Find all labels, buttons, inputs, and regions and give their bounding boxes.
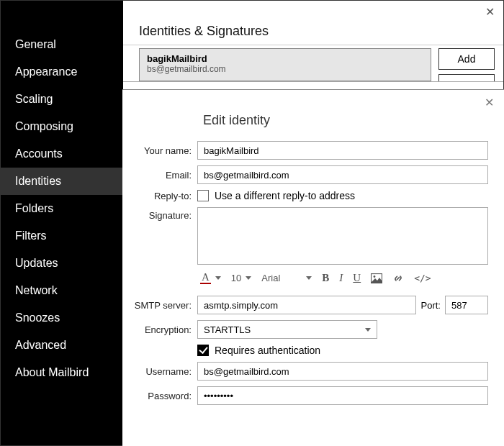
signature-toolbar: A 10 Arial B I U </> — [197, 270, 488, 288]
smtp-input[interactable] — [197, 296, 416, 314]
close-icon[interactable]: ✕ — [485, 6, 495, 18]
image-button[interactable] — [371, 273, 382, 283]
sidebar-item-general[interactable]: General — [1, 31, 123, 58]
italic-button[interactable]: I — [339, 272, 343, 284]
modal-title: Edit identity — [203, 113, 504, 128]
identity-card[interactable]: bagikMailbird bs@getmailbird.com — [139, 48, 431, 81]
label-your-name: Your name: — [122, 145, 197, 156]
add-button[interactable]: Add — [438, 48, 495, 70]
email-input[interactable] — [197, 165, 488, 184]
label-reply-to: Reply-to: — [122, 191, 197, 201]
sidebar-item-identities[interactable]: Identities — [1, 168, 123, 195]
username-input[interactable] — [197, 362, 488, 381]
sidebar-item-folders[interactable]: Folders — [1, 195, 123, 222]
font-color-button[interactable]: A — [200, 272, 221, 284]
sidebar-item-about[interactable]: About Mailbird — [1, 359, 123, 386]
sidebar: General Appearance Scaling Composing Acc… — [1, 1, 123, 445]
sidebar-item-appearance[interactable]: Appearance — [1, 58, 123, 86]
reply-to-checkbox[interactable] — [197, 190, 209, 201]
requires-auth-checkbox[interactable] — [197, 345, 209, 356]
reply-to-checkbox-label: Use a different reply-to address — [215, 190, 355, 201]
underline-button[interactable]: U — [353, 272, 361, 284]
your-name-input[interactable] — [197, 141, 488, 160]
label-encryption: Encryption: — [122, 324, 197, 335]
edit-identity-modal: ✕ Edit identity Your name: Email: Reply-… — [122, 89, 504, 446]
sidebar-item-accounts[interactable]: Accounts — [1, 140, 123, 168]
sidebar-item-advanced[interactable]: Advanced — [1, 332, 123, 359]
code-button[interactable]: </> — [414, 273, 431, 283]
bold-button[interactable]: B — [322, 272, 329, 284]
label-password: Password: — [122, 391, 197, 401]
encryption-select[interactable]: STARTTLS — [197, 320, 377, 339]
next-button-partial[interactable] — [438, 74, 495, 81]
modal-close-icon[interactable]: ✕ — [485, 96, 494, 109]
requires-auth-label: Requires authentication — [215, 345, 320, 356]
sidebar-item-scaling[interactable]: Scaling — [1, 86, 123, 113]
port-input[interactable] — [445, 296, 488, 314]
signature-input[interactable] — [197, 207, 488, 265]
label-port: Port: — [416, 300, 445, 311]
font-size-select[interactable]: 10 — [231, 273, 251, 283]
label-smtp: SMTP server: — [122, 300, 197, 311]
password-input[interactable] — [197, 386, 488, 405]
sidebar-item-updates[interactable]: Updates — [1, 250, 123, 277]
link-button[interactable] — [392, 273, 404, 284]
font-family-select[interactable]: Arial — [261, 273, 312, 283]
svg-point-1 — [374, 276, 376, 278]
label-signature: Signature: — [122, 207, 197, 221]
page-title: Identities & Signatures — [123, 1, 503, 45]
sidebar-item-network[interactable]: Network — [1, 277, 123, 304]
sidebar-item-composing[interactable]: Composing — [1, 113, 123, 140]
label-username: Username: — [122, 366, 197, 377]
identity-name: bagikMailbird — [147, 53, 423, 64]
sidebar-item-filters[interactable]: Filters — [1, 222, 123, 250]
label-email: Email: — [122, 170, 197, 181]
identity-email: bs@getmailbird.com — [147, 64, 423, 74]
sidebar-item-snoozes[interactable]: Snoozes — [1, 304, 123, 332]
